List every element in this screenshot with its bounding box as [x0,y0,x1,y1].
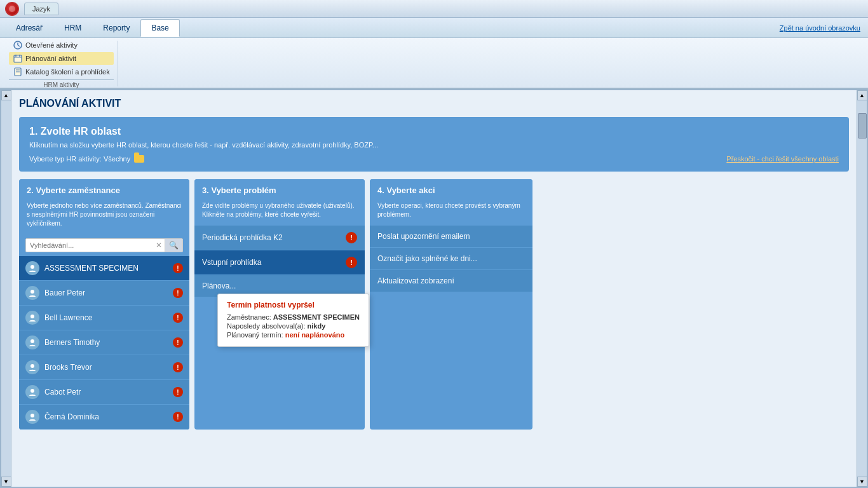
nav-item-adresář[interactable]: Adresář [5,19,53,37]
step4-heading: 4. Vyberte akci [370,179,532,201]
action-item-1[interactable]: Označit jako splněné ke dni... [370,248,532,270]
step2-col: 2. Vyberte zaměstnance Vyberte jednoho n… [19,179,189,430]
ribbon-btn-planning-label: Plánování aktivit [25,55,76,62]
three-columns: 2. Vyberte zaměstnance Vyberte jednoho n… [19,179,849,430]
tooltip-title: Termín platnosti vypršel [227,301,360,309]
emp-alert-5: ! [173,387,183,397]
svg-point-15 [31,364,34,368]
emp-avatar-1 [25,286,39,300]
scroll-thumb[interactable] [858,113,867,139]
emp-alert-2: ! [173,313,183,323]
main-content: ▲ ▼ PLÁNOVÁNÍ AKTIVIT 1. Zvolte HR oblas… [0,89,868,488]
emp-avatar-4 [25,360,39,374]
back-link[interactable]: Zpět na úvodní obrazovku [780,24,860,32]
left-scrollbar[interactable]: ▲ ▼ [1,90,11,487]
prob-name-1: Vstupní prohlídka [202,258,346,267]
prob-item-1[interactable]: Vstupní prohlídka ! [194,250,365,275]
scroll-down[interactable]: ▼ [1,477,11,487]
tooltip-planned-label: Plánovaný termín: [227,331,283,339]
search-input[interactable] [26,240,153,251]
emp-item-1[interactable]: Bauer Peter ! [19,281,189,306]
tooltip-employee-row: Zaměstnanec: ASSESSMENT SPECIMEN [227,313,360,321]
browser-tab[interactable]: Jazyk [24,3,58,15]
action-name-0: Poslat upozornění emailem [377,232,525,241]
tooltip-planned-row: Plánovaný termín: není naplánováno [227,331,360,339]
tooltip-last-value: nikdy [308,322,326,330]
emp-avatar-6 [25,410,39,424]
emp-alert-4: ! [173,362,183,372]
action-name-1: Označit jako splněné ke dni... [377,254,525,263]
nav-item-reporty[interactable]: Reporty [92,19,140,37]
svg-point-0 [9,6,15,12]
app-icon [5,2,19,16]
step1-heading: 1. Zvolte HR oblast [29,126,839,137]
nav-item-hrm[interactable]: HRM [53,19,92,37]
type-label: Vyberte typ HR aktivity: Všechny [29,155,130,163]
svg-point-11 [31,265,34,269]
emp-alert-1: ! [173,288,183,298]
emp-name-0: ASSESSMENT SPECIMEN [44,264,173,273]
emp-item-0[interactable]: ASSESSMENT SPECIMEN ! [19,256,189,281]
svg-point-13 [31,315,34,318]
emp-item-3[interactable]: Berners Timothy ! [19,330,189,355]
svg-point-17 [31,414,34,417]
svg-rect-4 [14,55,22,62]
emp-avatar-5 [25,385,39,399]
ribbon-group-label: HRM aktivity [9,79,114,88]
prob-alert-0: ! [346,232,357,243]
tooltip-employee-value: ASSESSMENT SPECIMEN [273,313,360,321]
ribbon: Otevřené aktivity Plánování aktivit [0,38,868,89]
emp-name-1: Bauer Peter [44,288,173,297]
search-button[interactable]: 🔍 [165,239,182,252]
step1-box: 1. Zvolte HR oblast Kliknutím na složku … [19,117,849,172]
action-list: Poslat upozornění emailem Označit jako s… [370,226,532,292]
step4-desc: Vyberte operaci, kterou chcete provést s… [370,201,532,226]
step1-type[interactable]: Vyberte typ HR aktivity: Všechny [29,155,144,163]
content-panel: PLÁNOVÁNÍ AKTIVIT 1. Zvolte HR oblast Kl… [11,90,857,487]
book-icon [13,67,23,77]
emp-item-4[interactable]: Brooks Trevor ! [19,355,189,380]
emp-alert-3: ! [173,337,183,348]
scroll-right-up[interactable]: ▲ [857,90,867,100]
ribbon-btn-catalog-label: Katalog školení a prohlídek [25,68,110,76]
ribbon-btn-open-activities-label: Otevřené aktivity [25,41,78,49]
action-name-2: Aktualizovat zobrazení [377,276,525,285]
ribbon-btn-open-activities[interactable]: Otevřené aktivity [9,39,114,51]
page-title: PLÁNOVÁNÍ AKTIVIT [19,98,849,109]
title-bar: Jazyk [0,0,868,18]
tooltip-planned-value: není naplánováno [285,331,345,339]
emp-item-2[interactable]: Bell Lawrence ! [19,306,189,330]
prob-item-0[interactable]: Periodická prohlídka K2 ! [194,226,365,250]
folder-icon[interactable] [134,155,144,163]
search-clear-icon[interactable]: ✕ [153,241,165,250]
emp-item-6[interactable]: Černá Dominika ! [19,405,189,430]
ribbon-btn-planning[interactable]: Plánování aktivit [9,52,114,65]
emp-alert-6: ! [173,412,183,422]
action-item-0[interactable]: Poslat upozornění emailem [370,226,532,248]
step3-desc: Zde vidíte problémy u vybraného uživatel… [194,201,365,226]
problem-list: Periodická prohlídka K2 ! Vstupní prohlí… [194,226,365,297]
scroll-up[interactable]: ▲ [1,90,11,100]
emp-alert-0: ! [173,263,183,273]
ribbon-btn-catalog[interactable]: Katalog školení a prohlídek [9,65,114,78]
step4-col: 4. Vyberte akci Vyberte operaci, kterou … [370,179,532,430]
step3-col: 3. Vyberte problém Zde vidíte problémy u… [194,179,365,430]
svg-point-16 [31,389,34,393]
skip-link[interactable]: Přeskočit - chci řešit všechny oblasti [726,155,839,163]
action-item-2[interactable]: Aktualizovat zobrazení [370,270,532,292]
scroll-right-down[interactable]: ▼ [857,477,867,487]
ribbon-hrm-section: Otevřené aktivity Plánování aktivit [5,41,118,86]
emp-name-2: Bell Lawrence [44,313,173,322]
nav-item-base[interactable]: Base [140,19,179,37]
svg-point-14 [31,339,34,343]
prob-name-0: Periodická prohlídka K2 [202,233,346,242]
emp-item-5[interactable]: Cabot Petr ! [19,380,189,405]
tooltip-last-row: Naposledy absolvoval(a): nikdy [227,322,360,330]
prob-name-2: Plánova... [202,281,357,290]
step3-heading: 3. Vyberte problém [194,179,365,201]
right-scrollbar[interactable]: ▲ ▼ [857,90,867,487]
emp-name-6: Černá Dominika [44,412,173,421]
search-input-wrap: ✕ 🔍 [25,238,183,252]
svg-point-12 [31,290,34,294]
emp-name-5: Cabot Petr [44,388,173,396]
